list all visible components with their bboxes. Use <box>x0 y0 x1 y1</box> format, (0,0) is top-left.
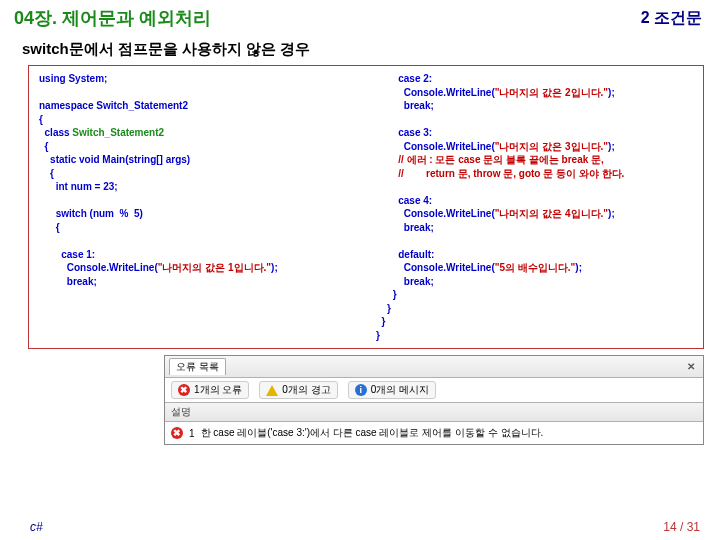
close-button[interactable]: ✕ <box>683 361 699 372</box>
code-line: Console.WriteLine( <box>376 262 495 273</box>
code-line: using System; <box>39 73 107 84</box>
code-line: break; <box>376 100 434 111</box>
code-string: "나머지의 값은 3입니다." <box>495 141 608 152</box>
code-line: { <box>39 222 60 233</box>
code-line: break; <box>376 222 434 233</box>
error-icon: ✖ <box>171 427 183 439</box>
code-line: break; <box>39 276 97 287</box>
code-line: } <box>376 303 391 314</box>
code-line: static void Main(string[] args) <box>39 154 190 165</box>
slide-subtitle: switch문에서 점프문을 사용하지 않은 경우 <box>0 32 720 65</box>
code-line: case 3: <box>376 127 432 138</box>
code-line: ); <box>271 262 278 273</box>
error-count-label: 1개의 오류 <box>194 383 242 397</box>
code-line: break; <box>376 276 434 287</box>
code-line: namespace Switch_Statement2 <box>39 100 188 111</box>
code-line: } <box>376 316 385 327</box>
code-line: ); <box>608 87 615 98</box>
code-string: "나머지의 값은 2입니다." <box>495 87 608 98</box>
code-line: } <box>376 289 397 300</box>
code-line: } <box>376 330 380 341</box>
error-summary-bar: ✖ 1개의 오류 0개의 경고 i 0개의 메시지 <box>165 378 703 403</box>
section-title: 2 조건문 <box>641 8 702 29</box>
warning-icon <box>266 385 278 396</box>
description-header: 설명 <box>165 403 703 422</box>
error-row-number: 1 <box>189 428 195 439</box>
code-line: case 2: <box>376 73 432 84</box>
code-line: Console.WriteLine( <box>376 208 495 219</box>
warning-count-label: 0개의 경고 <box>282 383 330 397</box>
chapter-title: 04장. 제어문과 예외처리 <box>14 6 211 30</box>
error-count-pill[interactable]: ✖ 1개의 오류 <box>171 381 249 399</box>
message-count-label: 0개의 메시지 <box>371 383 429 397</box>
code-comment: // return 문, throw 문, goto 문 등이 와야 한다. <box>376 168 624 179</box>
code-right-column: case 2: Console.WriteLine("나머지의 값은 2입니다.… <box>366 66 703 348</box>
code-line: Console.WriteLine( <box>376 141 495 152</box>
error-icon: ✖ <box>178 384 190 396</box>
code-string: "나머지의 값은 4입니다." <box>495 208 608 219</box>
code-line: { <box>39 168 54 179</box>
code-line: ); <box>608 208 615 219</box>
panel-tabs: 오류 목록 ✕ <box>165 356 703 378</box>
code-string: "나머지의 값은 1입니다." <box>158 262 271 273</box>
code-comment: // 에러 : 모든 case 문의 블록 끝에는 break 문, <box>376 154 604 165</box>
tab-error-list[interactable]: 오류 목록 <box>169 358 226 375</box>
code-line: { <box>39 114 43 125</box>
code-line: ); <box>575 262 582 273</box>
code-class: Switch_Statement2 <box>72 127 164 138</box>
code-line: { <box>39 141 48 152</box>
info-icon: i <box>355 384 367 396</box>
code-block: using System; namespace Switch_Statement… <box>28 65 704 349</box>
message-count-pill[interactable]: i 0개의 메시지 <box>348 381 436 399</box>
code-line: case 4: <box>376 195 432 206</box>
error-row[interactable]: ✖ 1 한 case 레이블('case 3:')에서 다른 case 레이블로… <box>165 422 703 444</box>
warning-count-pill[interactable]: 0개의 경고 <box>259 381 337 399</box>
page-number: 14 / 31 <box>663 520 700 534</box>
code-line: ); <box>608 141 615 152</box>
code-line: class <box>39 127 72 138</box>
code-line: Console.WriteLine( <box>376 87 495 98</box>
language-label: c# <box>30 520 43 534</box>
code-line: case 1: <box>39 249 95 260</box>
code-line: Console.WriteLine( <box>39 262 158 273</box>
error-list-panel: 오류 목록 ✕ ✖ 1개의 오류 0개의 경고 i 0개의 메시지 설명 ✖ 1… <box>164 355 704 445</box>
code-line: switch (num % 5) <box>39 208 143 219</box>
code-line: int num = 23; <box>39 181 118 192</box>
code-left-column: using System; namespace Switch_Statement… <box>29 66 366 348</box>
code-string: "5의 배수입니다." <box>495 262 576 273</box>
error-row-message: 한 case 레이블('case 3:')에서 다른 case 레이블로 제어를… <box>201 426 544 440</box>
slide-footer: c# 14 / 31 <box>0 520 720 534</box>
code-line: default: <box>376 249 434 260</box>
tab-label: 오류 목록 <box>176 360 219 374</box>
